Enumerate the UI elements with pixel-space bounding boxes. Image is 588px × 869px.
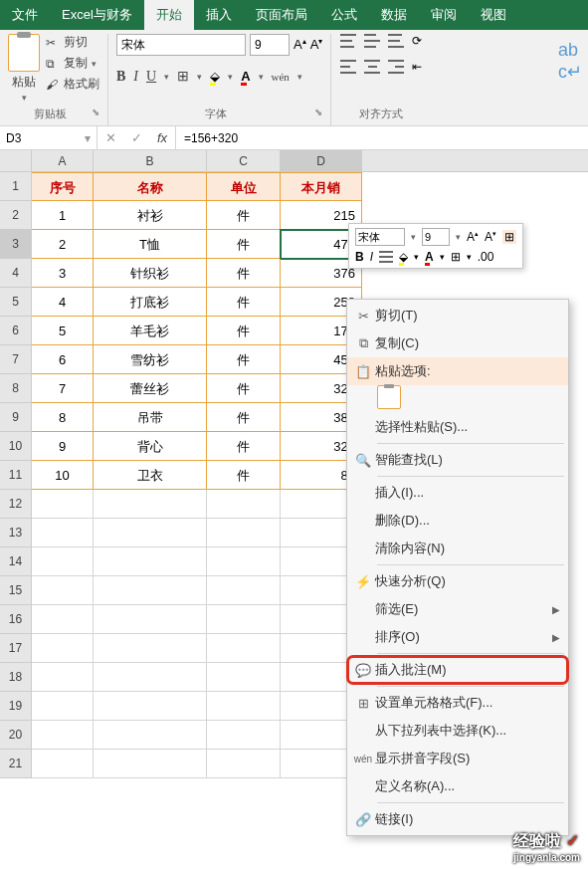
- mini-increase-font-icon[interactable]: A▴: [467, 230, 479, 244]
- align-top-icon[interactable]: [340, 34, 356, 48]
- row-header[interactable]: 1: [0, 172, 32, 201]
- cell[interactable]: 7: [32, 374, 94, 403]
- cell[interactable]: [207, 547, 281, 576]
- cell[interactable]: [32, 605, 94, 634]
- row-header[interactable]: 3: [0, 230, 32, 259]
- menu-link[interactable]: 🔗链接(I): [347, 805, 568, 833]
- row-header[interactable]: 6: [0, 317, 32, 345]
- cell[interactable]: [32, 663, 94, 692]
- pinyin-button[interactable]: wén: [272, 71, 290, 83]
- dialog-launcher-icon[interactable]: ⬊: [314, 107, 322, 117]
- menu-pick-list[interactable]: 从下拉列表中选择(K)...: [347, 717, 568, 745]
- cell[interactable]: [94, 547, 207, 576]
- tab-home[interactable]: 开始: [144, 0, 194, 30]
- mini-border-button[interactable]: ⊞: [451, 250, 461, 264]
- col-header-A[interactable]: A: [32, 150, 94, 171]
- table-header[interactable]: 本月销: [281, 172, 362, 201]
- cell[interactable]: 针织衫: [94, 259, 207, 288]
- cell[interactable]: [94, 750, 207, 778]
- orientation-button[interactable]: ⟳: [412, 34, 422, 48]
- menu-smart-lookup[interactable]: 🔍智能查找(L): [347, 446, 568, 474]
- cell[interactable]: 卫衣: [94, 461, 207, 490]
- cell[interactable]: 件: [207, 461, 281, 490]
- row-header[interactable]: 15: [0, 576, 32, 605]
- cell[interactable]: [32, 576, 94, 605]
- table-header[interactable]: 序号: [32, 172, 94, 201]
- align-middle-icon[interactable]: [364, 34, 380, 48]
- underline-button[interactable]: U: [146, 69, 156, 85]
- mini-align-icon[interactable]: [379, 251, 393, 263]
- align-center-icon[interactable]: [364, 60, 380, 74]
- chevron-down-icon[interactable]: ▾: [85, 131, 91, 145]
- row-header[interactable]: 18: [0, 663, 32, 692]
- cell[interactable]: [207, 750, 281, 778]
- row-header[interactable]: 2: [0, 201, 32, 230]
- table-header[interactable]: 单位: [207, 172, 281, 201]
- cell[interactable]: [32, 692, 94, 721]
- menu-format-cells[interactable]: ⊞设置单元格格式(F)...: [347, 689, 568, 717]
- row-header[interactable]: 11: [0, 461, 32, 490]
- row-header[interactable]: 16: [0, 605, 32, 634]
- cell[interactable]: 8: [32, 403, 94, 432]
- menu-insert-comment[interactable]: 💬插入批注(M): [347, 656, 568, 684]
- cell[interactable]: 件: [207, 230, 281, 259]
- decrease-indent-icon[interactable]: ⇤: [412, 60, 422, 74]
- cancel-formula-icon[interactable]: ✕: [98, 130, 123, 145]
- row-header[interactable]: 5: [0, 288, 32, 317]
- cell[interactable]: 件: [207, 201, 281, 230]
- font-color-button[interactable]: A: [241, 69, 250, 84]
- col-header-D[interactable]: D: [281, 150, 362, 171]
- cell[interactable]: [32, 721, 94, 750]
- cell[interactable]: 件: [207, 374, 281, 403]
- cell[interactable]: 件: [207, 288, 281, 317]
- align-left-icon[interactable]: [340, 60, 356, 74]
- paste-button[interactable]: 粘贴 ▾: [8, 34, 40, 103]
- cell[interactable]: [32, 547, 94, 576]
- cell[interactable]: 蕾丝衫: [94, 374, 207, 403]
- cell[interactable]: 件: [207, 403, 281, 432]
- mini-decrease-font-icon[interactable]: A▾: [485, 230, 496, 244]
- mini-font-color-button[interactable]: A: [425, 250, 434, 264]
- tab-review[interactable]: 审阅: [419, 0, 469, 30]
- cell[interactable]: 3: [32, 259, 94, 288]
- menu-quick-analysis[interactable]: ⚡快速分析(Q): [347, 567, 568, 595]
- cell[interactable]: 羊毛衫: [94, 317, 207, 345]
- cell[interactable]: 6: [32, 345, 94, 374]
- font-name-select[interactable]: [116, 34, 246, 56]
- tab-data[interactable]: 数据: [369, 0, 419, 30]
- cell[interactable]: T恤: [94, 230, 207, 259]
- cell[interactable]: [207, 576, 281, 605]
- cell[interactable]: 件: [207, 432, 281, 461]
- cell[interactable]: 衬衫: [94, 201, 207, 230]
- row-header[interactable]: 9: [0, 403, 32, 432]
- align-bottom-icon[interactable]: [388, 34, 404, 48]
- tab-file[interactable]: 文件: [0, 0, 50, 30]
- bold-button[interactable]: B: [116, 69, 125, 85]
- cell[interactable]: [94, 634, 207, 663]
- row-header[interactable]: 7: [0, 345, 32, 374]
- row-header[interactable]: 19: [0, 692, 32, 721]
- cell[interactable]: [94, 490, 207, 519]
- accept-formula-icon[interactable]: ✓: [123, 130, 149, 145]
- dialog-launcher-icon[interactable]: ⬊: [92, 107, 99, 117]
- cell[interactable]: 打底衫: [94, 288, 207, 317]
- cell[interactable]: [32, 634, 94, 663]
- cell[interactable]: [207, 490, 281, 519]
- mini-format-painter-icon[interactable]: ⊞: [502, 230, 516, 244]
- mini-fill-color-button[interactable]: ⬙: [399, 250, 408, 264]
- cell[interactable]: [32, 519, 94, 547]
- tab-formulas[interactable]: 公式: [319, 0, 369, 30]
- cell[interactable]: [207, 721, 281, 750]
- row-header[interactable]: 8: [0, 374, 32, 403]
- row-header[interactable]: 10: [0, 432, 32, 461]
- tab-page-layout[interactable]: 页面布局: [244, 0, 319, 30]
- cell[interactable]: 10: [32, 461, 94, 490]
- menu-insert[interactable]: 插入(I)...: [347, 479, 568, 507]
- paste-option-default[interactable]: [377, 385, 401, 409]
- row-header[interactable]: 20: [0, 721, 32, 750]
- mini-font-size[interactable]: [422, 228, 450, 246]
- menu-paste-options[interactable]: 📋粘贴选项:: [347, 357, 568, 385]
- menu-copy[interactable]: ⧉复制(C): [347, 329, 568, 357]
- cell[interactable]: 件: [207, 345, 281, 374]
- fx-icon[interactable]: fx: [149, 130, 175, 145]
